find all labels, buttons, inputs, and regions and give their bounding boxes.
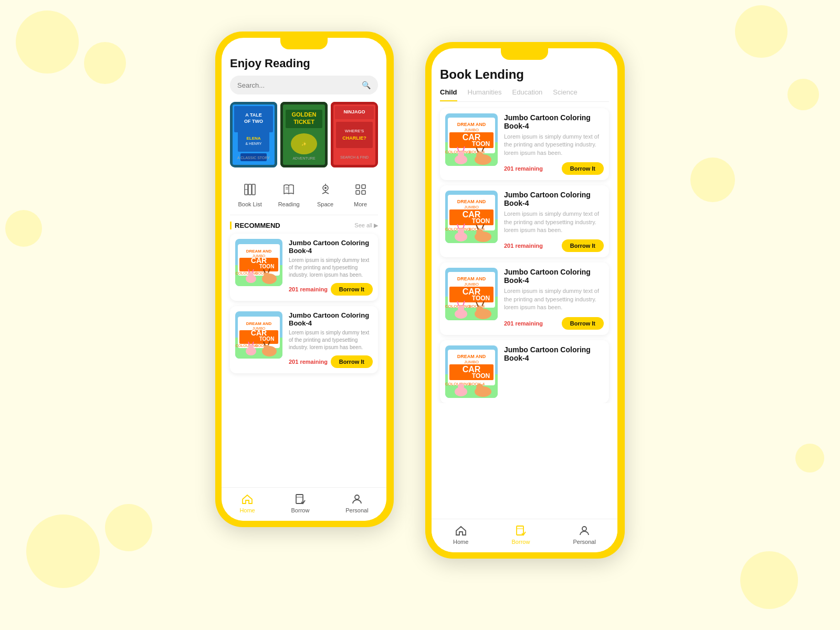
phone1-book-desc-1: Lorem ipsum is simply dummy text of the … <box>289 257 373 279</box>
banner-book-3-svg: NINJAGO WHERE'S CHARLIE? SEARCH & FIND <box>331 102 378 167</box>
phone2-book-info-2: Jumbo Cartoon Coloring Book-4 Lorem ipsu… <box>504 191 604 252</box>
phone1-book-card-1: DREAM AND JUMBO CAR TOON COLOURING BOOK-… <box>230 234 378 301</box>
banner-book-2[interactable]: GOLDEN TICKET ✨ ADVENTURE <box>280 102 328 167</box>
phone1-borrow-btn-2[interactable]: Borrow It <box>331 355 373 368</box>
phone1-book-info-1: Jumbo Cartoon Coloring Book-4 Lorem ipsu… <box>289 239 373 296</box>
home-icon <box>241 493 254 506</box>
svg-text:A TALE: A TALE <box>245 112 262 118</box>
phone1-book-info-2: Jumbo Cartoon Coloring Book-4 Lorem ipsu… <box>289 311 373 368</box>
svg-text:JUMBO: JUMBO <box>464 360 479 364</box>
tab-education[interactable]: Education <box>512 88 543 101</box>
personal-icon-p2 <box>578 524 591 537</box>
nav-space-label: Space <box>317 201 333 207</box>
svg-text:WHERE'S: WHERE'S <box>345 129 364 133</box>
phone2-book-title-3: Jumbo Cartoon Coloring Book-4 <box>504 268 604 285</box>
banner-book-1-svg: A TALE OF TWO ELENA & HENRY A CLASSIC ST… <box>230 102 277 167</box>
phone2-borrow-btn-3[interactable]: Borrow It <box>562 317 604 330</box>
cartoon-book-svg-1: DREAM AND JUMBO CAR TOON COLOURING BOOK-… <box>235 239 282 286</box>
svg-rect-22 <box>336 122 373 148</box>
phone2-title: Book Lending <box>440 60 609 88</box>
phone2-tabs: Child Humanities Education Science <box>440 88 609 102</box>
phone1-book-title-1: Jumbo Cartoon Coloring Book-4 <box>289 239 373 255</box>
phone2-book-info-4: Jumbo Cartoon Coloring Book-4 <box>504 345 604 365</box>
svg-text:CHARLIE?: CHARLIE? <box>342 135 366 141</box>
svg-point-129 <box>476 306 484 313</box>
nav-more[interactable]: More <box>351 180 370 207</box>
phone2-nav-personal-label: Personal <box>573 539 596 545</box>
svg-text:TOON: TOON <box>472 217 490 225</box>
banner-book-3[interactable]: NINJAGO WHERE'S CHARLIE? SEARCH & FIND <box>331 102 378 167</box>
space-icon <box>316 180 335 199</box>
svg-text:DREAM AND: DREAM AND <box>457 276 486 281</box>
phone2-book-desc-3: Lorem ipsum is simply dummy text of the … <box>504 287 604 311</box>
svg-text:TOON: TOON <box>472 140 490 148</box>
nav-reading-label: Reading <box>278 201 300 207</box>
phone1-nav-personal[interactable]: Personal <box>345 493 368 513</box>
tab-child[interactable]: Child <box>440 88 457 101</box>
svg-point-38 <box>324 187 327 189</box>
phone2-book-info-1: Jumbo Cartoon Coloring Book-4 Lorem ipsu… <box>504 113 604 175</box>
nav-reading[interactable]: Reading <box>278 180 300 207</box>
svg-point-76 <box>248 344 254 350</box>
phone2-book-desc-1: Lorem ipsum is simply dummy text of the … <box>504 133 604 157</box>
personal-icon <box>351 493 363 506</box>
nav-space[interactable]: Space <box>316 180 335 207</box>
phone1-inner: Enjoy Reading 🔍 <box>222 38 386 521</box>
phone2-notch <box>501 48 548 60</box>
svg-point-58 <box>248 272 254 277</box>
banner-book-1[interactable]: A TALE OF TWO ELENA & HENRY A CLASSIC ST… <box>230 102 277 167</box>
phone1-nav-home-label: Home <box>239 507 255 513</box>
svg-text:JUMBO: JUMBO <box>464 205 479 209</box>
cartoon-book-svg-2: DREAM AND JUMBO CAR TOON COLOURING BOOK-… <box>235 311 282 359</box>
borrow-icon-p2 <box>514 524 527 537</box>
svg-rect-40 <box>362 185 365 188</box>
phone1-book-thumb-1: DREAM AND JUMBO CAR TOON COLOURING BOOK-… <box>235 239 282 286</box>
svg-text:COLOURING: COLOURING <box>445 382 470 386</box>
nav-book-list[interactable]: Book List <box>238 180 261 207</box>
phone2-nav-borrow-label: Borrow <box>512 539 530 545</box>
phone2-nav-personal[interactable]: Personal <box>573 524 596 545</box>
phone2-book-footer-2: 201 remaining Borrow It <box>504 239 604 252</box>
svg-text:TOON: TOON <box>472 295 490 302</box>
svg-text:& HENRY: & HENRY <box>246 142 262 145</box>
phone1-recommend-header: RECOMMEND See all ▶ <box>230 215 378 234</box>
p2-cartoon-svg-3: DREAM AND JUMBO CAR TOON COLOURING BOOK-… <box>445 268 498 320</box>
see-all-link[interactable]: See all ▶ <box>354 222 378 229</box>
phone2-borrow-btn-2[interactable]: Borrow It <box>562 239 604 252</box>
phone1-nav-home[interactable]: Home <box>239 493 255 513</box>
svg-point-149 <box>458 383 464 390</box>
phone1-search-bar[interactable]: 🔍 <box>230 76 378 94</box>
svg-rect-27 <box>248 184 251 195</box>
reading-svg <box>281 182 296 197</box>
svg-text:OF TWO: OF TWO <box>244 119 263 124</box>
svg-point-81 <box>355 495 359 499</box>
tab-science[interactable]: Science <box>553 88 577 101</box>
svg-text:JUMBO: JUMBO <box>464 128 479 132</box>
phone1-content: Enjoy Reading 🔍 <box>222 49 386 379</box>
phone1-nav-borrow[interactable]: Borrow <box>291 493 310 513</box>
phone2-borrow-btn-1[interactable]: Borrow It <box>562 162 604 175</box>
phone2-nav-borrow[interactable]: Borrow <box>512 524 530 545</box>
svg-rect-39 <box>356 185 360 188</box>
svg-text:TOON: TOON <box>259 264 275 269</box>
tab-humanities[interactable]: Humanities <box>468 88 502 101</box>
phone2-book-thumb-3: DREAM AND JUMBO CAR TOON COLOURING BOOK-… <box>445 268 498 320</box>
borrow-icon <box>294 493 307 506</box>
phone2-nav-home[interactable]: Home <box>453 524 468 545</box>
phone1-notch <box>280 38 328 49</box>
phone2-frame: Book Lending Child Humanities Education … <box>425 42 625 559</box>
book-list-icon <box>240 180 259 199</box>
p2-cartoon-svg-1: DREAM AND JUMBO CAR TOON COLOURING BOOK-… <box>445 113 498 166</box>
phone1-bottom-nav: Home Borrow <box>222 487 386 521</box>
svg-text:DREAM AND: DREAM AND <box>457 199 486 204</box>
phone1-category-nav: Book List Reading <box>230 176 378 215</box>
phone2-nav-home-label: Home <box>453 539 468 545</box>
svg-point-147 <box>476 384 484 391</box>
space-svg <box>318 182 333 197</box>
svg-point-72 <box>264 345 270 351</box>
svg-line-36 <box>322 192 326 194</box>
phone2-book-footer-1: 201 remaining Borrow It <box>504 162 604 175</box>
phone1-borrow-btn-1[interactable]: Borrow It <box>331 283 373 296</box>
phones-container: Enjoy Reading 🔍 <box>0 0 840 559</box>
phone1-search-input[interactable] <box>237 81 358 89</box>
